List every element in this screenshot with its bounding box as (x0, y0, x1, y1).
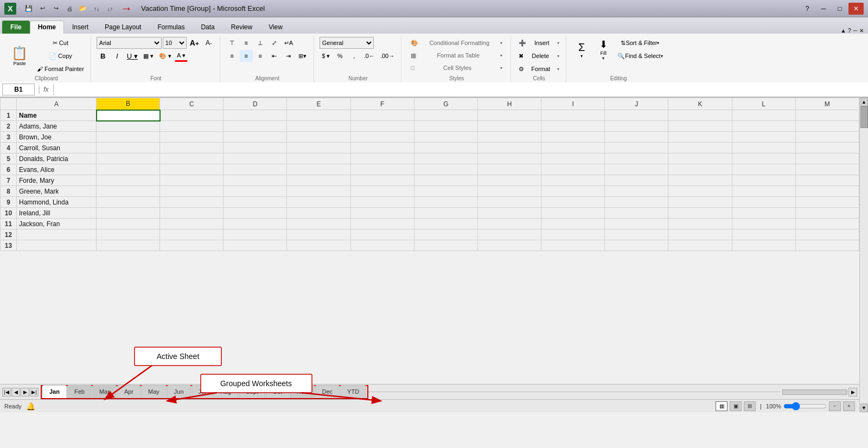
cell-L8[interactable] (732, 186, 795, 197)
cell-K6[interactable] (668, 164, 732, 175)
maximize-button[interactable]: □ (832, 3, 847, 15)
cell-H1[interactable] (477, 110, 541, 121)
cell-I7[interactable] (541, 175, 605, 186)
row-header-8[interactable]: 8 (1, 186, 17, 197)
delete-cells-button[interactable]: ✖ Delete ▾ (516, 50, 561, 62)
cell-B8[interactable] (97, 186, 160, 197)
cell-L9[interactable] (732, 197, 795, 208)
cell-J9[interactable] (605, 197, 668, 208)
cell-F6[interactable] (350, 164, 414, 175)
cell-E5[interactable] (287, 153, 350, 164)
cell-K10[interactable] (668, 208, 732, 219)
cell-D1[interactable] (224, 110, 287, 121)
cell-M8[interactable] (795, 186, 859, 197)
align-right-button[interactable]: ≡ (254, 50, 267, 62)
ribbon-minimize-button[interactable]: ─ (853, 28, 857, 34)
cell-K12[interactable] (668, 229, 732, 240)
col-header-H[interactable]: H (477, 98, 541, 110)
cell-M7[interactable] (795, 175, 859, 186)
cell-A6[interactable]: Evans, Alice (17, 164, 97, 175)
cell-M3[interactable] (795, 132, 859, 143)
col-header-M[interactable]: M (795, 98, 859, 110)
cell-L12[interactable] (732, 229, 795, 240)
cell-L1[interactable] (732, 110, 795, 121)
sheet-tab-scrollbar[interactable] (782, 389, 847, 395)
align-bottom-button[interactable]: ⊥ (254, 37, 267, 49)
cell-A2[interactable]: Adams, Jane (17, 121, 97, 132)
cell-G10[interactable] (414, 208, 477, 219)
cell-L11[interactable] (732, 219, 795, 229)
cell-C10[interactable] (160, 208, 224, 219)
cell-H13[interactable] (477, 240, 541, 251)
row-header-11[interactable]: 11 (1, 219, 17, 229)
cell-D8[interactable] (224, 186, 287, 197)
italic-button[interactable]: I (111, 50, 124, 62)
cell-I5[interactable] (541, 153, 605, 164)
cell-D11[interactable] (224, 219, 287, 229)
border-button[interactable]: ▦ ▾ (141, 50, 156, 62)
tab-data[interactable]: Data (193, 21, 222, 34)
cell-C6[interactable] (160, 164, 224, 175)
cell-J3[interactable] (605, 132, 668, 143)
tab-view[interactable]: View (260, 21, 291, 34)
copy-button[interactable]: 📄 Copy (35, 50, 86, 62)
cell-B12[interactable] (97, 229, 160, 240)
fill-color-button[interactable]: 🎨 ▾ (157, 50, 174, 62)
col-header-B[interactable]: B (97, 98, 160, 110)
cell-I4[interactable] (541, 143, 605, 153)
cell-L6[interactable] (732, 164, 795, 175)
fill-button[interactable]: ⬇ Fill ▾ (593, 37, 613, 62)
cell-J13[interactable] (605, 240, 668, 251)
cell-H5[interactable] (477, 153, 541, 164)
tab-review[interactable]: Review (223, 21, 260, 34)
sheet-tab-apr[interactable]: Apr (117, 385, 141, 398)
cell-B7[interactable] (97, 175, 160, 186)
row-header-9[interactable]: 9 (1, 197, 17, 208)
sheet-tab-jan[interactable]: Jan (42, 385, 67, 398)
cell-G1[interactable] (414, 110, 477, 121)
col-header-J[interactable]: J (605, 98, 668, 110)
cell-E8[interactable] (287, 186, 350, 197)
cell-F12[interactable] (350, 229, 414, 240)
sheet-tab-dec[interactable]: Dec (315, 385, 340, 398)
cell-K1[interactable] (668, 110, 732, 121)
col-header-C[interactable]: C (160, 98, 224, 110)
cell-E3[interactable] (287, 132, 350, 143)
sheet-last-button[interactable]: ▶| (30, 388, 39, 396)
paste-button[interactable]: 📋 Paste (7, 37, 33, 75)
cell-M9[interactable] (795, 197, 859, 208)
cell-F8[interactable] (350, 186, 414, 197)
cell-K13[interactable] (668, 240, 732, 251)
merge-center-button[interactable]: ⊞▾ (296, 50, 309, 62)
cell-A13[interactable] (17, 240, 97, 251)
cell-F11[interactable] (350, 219, 414, 229)
font-family-select[interactable]: Arial Calibri Times New Roman (97, 37, 162, 49)
cell-G5[interactable] (414, 153, 477, 164)
cell-E10[interactable] (287, 208, 350, 219)
vertical-scrollbar-thumb[interactable] (860, 106, 868, 128)
find-select-button[interactable]: 🔍 Find & Select ▾ (615, 50, 665, 62)
cell-C8[interactable] (160, 186, 224, 197)
cell-C7[interactable] (160, 175, 224, 186)
col-header-E[interactable]: E (287, 98, 350, 110)
col-header-G[interactable]: G (414, 98, 477, 110)
redo-button[interactable]: ↪ (50, 3, 62, 15)
angle-text-button[interactable]: ⤢ (268, 37, 281, 49)
ribbon-collapse-button[interactable]: ▲ (840, 28, 846, 34)
autosum-button[interactable]: Σ ▾ (572, 37, 591, 62)
cell-H6[interactable] (477, 164, 541, 175)
cell-K9[interactable] (668, 197, 732, 208)
cell-J5[interactable] (605, 153, 668, 164)
zoom-out-button[interactable]: − (829, 401, 841, 411)
cell-B1[interactable] (97, 110, 160, 121)
row-header-13[interactable]: 13 (1, 240, 17, 251)
cell-H2[interactable] (477, 121, 541, 132)
zoom-in-button[interactable]: + (843, 401, 855, 411)
cell-D6[interactable] (224, 164, 287, 175)
cell-F9[interactable] (350, 197, 414, 208)
row-header-12[interactable]: 12 (1, 229, 17, 240)
conditional-formatting-button[interactable]: 🎨 Conditional Formatting ▾ (407, 37, 506, 49)
cell-G6[interactable] (414, 164, 477, 175)
cell-E1[interactable] (287, 110, 350, 121)
cell-E4[interactable] (287, 143, 350, 153)
